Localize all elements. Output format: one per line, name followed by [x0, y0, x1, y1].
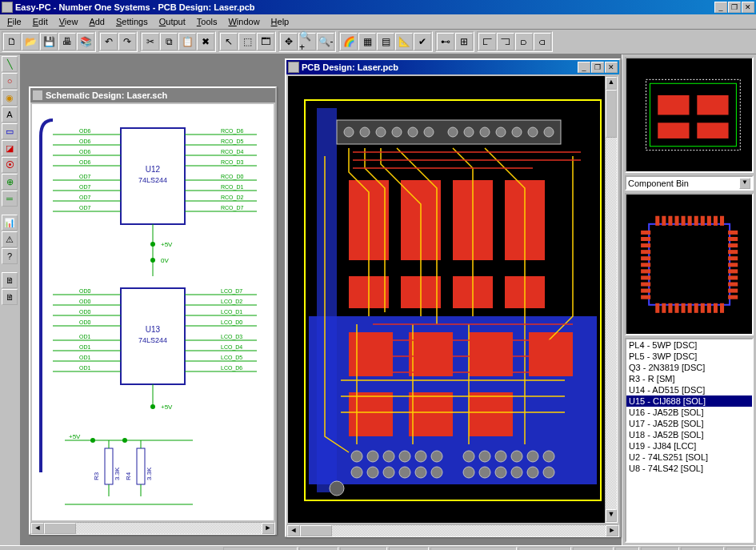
bin-list-item[interactable]: U8 - 74LS42 [SOL] — [626, 463, 752, 474]
component-bin-combo[interactable]: Component Bin ▼ — [625, 175, 754, 191]
bin-list-item[interactable]: U2 - 74LS251 [SOL] — [626, 452, 752, 463]
drc-icon[interactable]: ⚠ — [2, 231, 18, 247]
schematic-canvas[interactable]: U12 74LS244 OD6OD6 OD6OD6 OD7OD7 OD7OD7 — [32, 104, 274, 520]
frame-select-icon[interactable]: ⬚ — [238, 33, 256, 50]
menu-help[interactable]: Help — [266, 15, 295, 28]
redo-icon[interactable]: ↷ — [118, 33, 136, 50]
align-center-icon[interactable]: ⫎ — [497, 33, 514, 50]
bin-list-item[interactable]: U14 - AD515 [DSC] — [626, 384, 752, 395]
menu-view[interactable]: View — [54, 15, 84, 28]
component-bin-list[interactable]: PL4 - 5WP [DSC]PL5 - 3WP [DSC]Q3 - 2N381… — [625, 338, 754, 543]
select-icon[interactable]: ↖ — [220, 33, 238, 50]
bin-list-item[interactable]: U16 - JA52B [SOL] — [626, 407, 752, 418]
menu-output[interactable]: Output — [154, 15, 191, 28]
area-icon[interactable]: ◪ — [2, 140, 18, 156]
bin-list-item[interactable]: U17 - JA52B [SOL] — [626, 418, 752, 429]
scroll-left-icon[interactable]: ◄ — [287, 525, 300, 536]
colors-icon[interactable]: 🌈 — [340, 33, 358, 50]
menu-window[interactable]: Window — [222, 15, 265, 28]
check-icon[interactable]: ✔ — [414, 33, 431, 50]
grid2-icon[interactable]: ⊞ — [455, 33, 473, 50]
doc1-icon[interactable]: 🗎 — [2, 272, 18, 288]
svg-text:LCO_D6: LCO_D6 — [221, 365, 242, 371]
net-icon[interactable]: ⊕ — [2, 174, 18, 190]
schematic-window[interactable]: Schematic Design: Laser.sch U12 74LS244 — [29, 86, 277, 535]
measure-icon[interactable]: 📐 — [395, 33, 413, 50]
shape-icon[interactable]: ○ — [2, 73, 18, 89]
menu-tools[interactable]: Tools — [191, 15, 223, 28]
text-icon[interactable]: A — [2, 106, 18, 122]
svg-point-132 — [527, 451, 538, 462]
distribute-icon[interactable]: ⫏ — [534, 33, 551, 50]
paste-icon[interactable]: 📋 — [178, 33, 196, 50]
cut-icon[interactable]: ✂ — [142, 33, 159, 50]
pcb-titlebar[interactable]: PCB Design: Laser.pcb _ ❐ ✕ — [286, 60, 619, 74]
bin-list-item[interactable]: PL4 - 5WP [DSC] — [626, 339, 752, 351]
component-icon[interactable]: ▭ — [2, 123, 18, 139]
copy-icon[interactable]: ⧉ — [160, 33, 178, 50]
via-icon[interactable]: ⦿ — [2, 157, 18, 173]
minimize-button[interactable]: _ — [714, 2, 727, 13]
overview-panel[interactable] — [625, 57, 754, 173]
schematic-hscroll[interactable]: ◄ ► — [30, 522, 275, 535]
scroll-down-icon[interactable]: ▼ — [606, 509, 617, 522]
scroll-up-icon[interactable]: ▲ — [606, 77, 617, 90]
bin-list-item[interactable]: U19 - JJ84 [LCC] — [626, 440, 752, 452]
scroll-thumb[interactable] — [44, 523, 76, 534]
menu-settings[interactable]: Settings — [110, 15, 154, 28]
pcb-close-button[interactable]: ✕ — [605, 62, 618, 73]
align-right-icon[interactable]: ⫐ — [515, 33, 533, 50]
menu-edit[interactable]: Edit — [27, 15, 54, 28]
schematic-titlebar[interactable]: Schematic Design: Laser.sch — [30, 88, 275, 102]
library-icon[interactable]: 📚 — [77, 33, 94, 50]
pcb-maximize-button[interactable]: ❐ — [591, 62, 604, 73]
new-file-icon[interactable]: 🗋 — [3, 33, 21, 50]
layers-icon[interactable]: ▤ — [377, 33, 394, 50]
pcb-vscroll[interactable]: ▲ ▼ — [605, 76, 618, 523]
bin-list-item[interactable]: U18 - JA52B [SOL] — [626, 429, 752, 440]
bin-list-item[interactable]: U15 - CIJ688 [SOL] — [626, 395, 752, 407]
pad-icon[interactable]: ◉ — [2, 90, 18, 106]
scroll-right-icon[interactable]: ► — [606, 525, 618, 536]
zoom-in-icon[interactable]: 🔍+ — [298, 33, 316, 50]
close-button[interactable]: ✕ — [742, 2, 754, 13]
grid-icon[interactable]: ▦ — [358, 33, 376, 50]
scroll-thumb-v[interactable] — [606, 90, 617, 138]
maximize-button[interactable]: ❐ — [728, 2, 741, 13]
pan-icon[interactable]: ✥ — [280, 33, 298, 50]
svg-text:RCO_D2: RCO_D2 — [221, 195, 244, 201]
open-file-icon[interactable]: 📂 — [22, 33, 39, 50]
print-icon[interactable]: 🖶 — [58, 33, 76, 50]
track-icon[interactable]: ╲ — [2, 56, 18, 72]
scroll-thumb[interactable] — [300, 525, 332, 536]
pcb-hscroll[interactable]: ◄ ► — [286, 524, 619, 537]
pcb-canvas[interactable] — [288, 76, 618, 523]
bin-list-item[interactable]: R3 - R [SM] — [626, 373, 752, 384]
report-icon[interactable]: 📊 — [2, 215, 18, 231]
svg-rect-166 — [662, 303, 666, 312]
save-icon[interactable]: 💾 — [40, 33, 58, 50]
svg-point-123 — [367, 451, 378, 462]
bin-list-item[interactable]: PL5 - 3WP [DSC] — [626, 351, 752, 362]
svg-text:OD6: OD6 — [79, 139, 91, 144]
pcb-window[interactable]: PCB Design: Laser.pcb _ ❐ ✕ — [285, 58, 621, 537]
menu-file[interactable]: File — [2, 15, 27, 28]
align-left-icon[interactable]: ⫍ — [478, 33, 496, 50]
svg-rect-164 — [720, 215, 724, 225]
svg-rect-167 — [668, 303, 672, 312]
zoom-out-icon[interactable]: 🔍- — [317, 33, 334, 50]
doc2-icon[interactable]: 🗎 — [2, 289, 18, 305]
properties-icon[interactable]: 🗔 — [257, 33, 274, 50]
menu-add[interactable]: Add — [83, 15, 110, 28]
help-icon[interactable]: ? — [2, 248, 18, 264]
pcb-minimize-button[interactable]: _ — [578, 62, 590, 73]
bin-list-item[interactable]: Q3 - 2N3819 [DSC] — [626, 362, 752, 373]
scroll-right-icon[interactable]: ► — [262, 523, 274, 534]
svg-text:RCO_D1: RCO_D1 — [221, 184, 244, 191]
delete-icon[interactable]: ✖ — [197, 33, 214, 50]
route-icon[interactable]: ⊷ — [437, 33, 454, 50]
bus-icon[interactable]: ═ — [2, 191, 18, 207]
chevron-down-icon[interactable]: ▼ — [739, 178, 750, 189]
scroll-left-icon[interactable]: ◄ — [31, 523, 44, 534]
undo-icon[interactable]: ↶ — [100, 33, 118, 50]
